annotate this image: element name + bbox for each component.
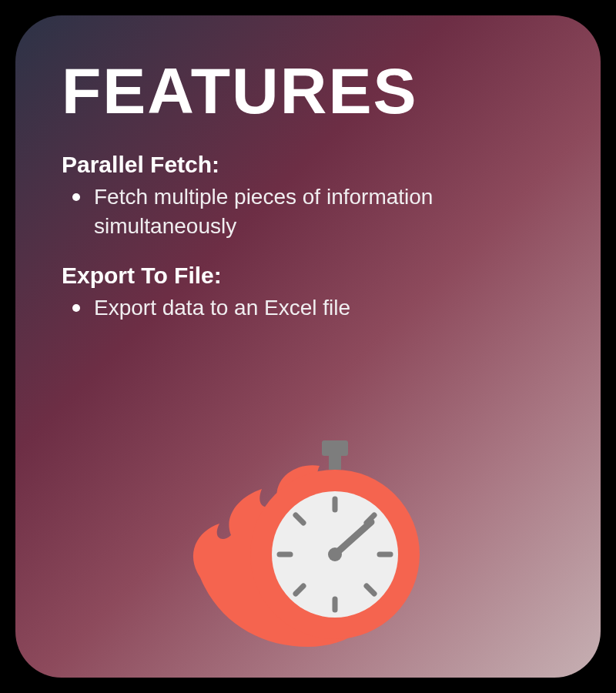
feature-parallel-fetch: Parallel Fetch: Fetch multiple pieces of…: [62, 152, 554, 241]
feature-item: Export data to an Excel file: [94, 293, 554, 323]
svg-point-13: [328, 547, 342, 561]
svg-rect-1: [329, 456, 341, 470]
feature-label: Export To File:: [62, 263, 554, 289]
features-card: FEATURES Parallel Fetch: Fetch multiple …: [15, 15, 601, 678]
page-title: FEATURES: [62, 54, 554, 129]
feature-list: Export data to an Excel file: [62, 293, 554, 323]
svg-rect-0: [322, 440, 348, 456]
feature-label: Parallel Fetch:: [62, 152, 554, 178]
stopwatch-flame-icon: [177, 424, 439, 654]
feature-export-to-file: Export To File: Export data to an Excel …: [62, 263, 554, 323]
feature-list: Fetch multiple pieces of information sim…: [62, 182, 554, 241]
feature-item: Fetch multiple pieces of information sim…: [94, 182, 554, 241]
